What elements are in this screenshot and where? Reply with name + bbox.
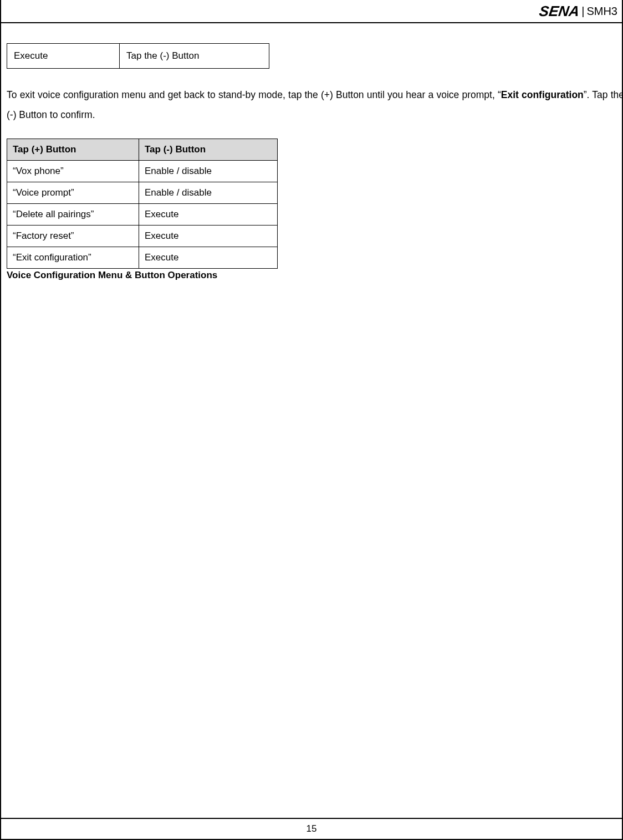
config-header-minus: Tap (-) Button: [139, 139, 278, 160]
brand-logo: SENA: [538, 3, 581, 20]
table-row: Execute Tap the (-) Button: [7, 44, 269, 69]
instruction-paragraph: To exit voice configuration menu and get…: [7, 85, 623, 125]
header-separator: |: [581, 5, 584, 18]
table-row: “Vox phone” Enable / disable: [7, 160, 278, 182]
page-footer: 15: [1, 818, 622, 839]
paragraph-bold: Exit configuration: [501, 89, 584, 100]
execute-cell-left: Execute: [7, 44, 120, 69]
execute-table: Execute Tap the (-) Button: [7, 43, 269, 69]
table-row: “Voice prompt” Enable / disable: [7, 182, 278, 203]
config-cell: “Exit configuration”: [7, 247, 139, 268]
config-cell: “Voice prompt”: [7, 182, 139, 203]
table-row: “Delete all pairings” Execute: [7, 203, 278, 225]
config-cell: Enable / disable: [139, 182, 278, 203]
paragraph-part1: To exit voice configuration menu and get…: [7, 89, 501, 100]
execute-cell-right: Tap the (-) Button: [120, 44, 269, 69]
page-content: Execute Tap the (-) Button To exit voice…: [7, 43, 622, 281]
page-header: SENA | SMH3: [1, 0, 622, 23]
page-number: 15: [307, 823, 317, 834]
table-row: “Factory reset” Execute: [7, 225, 278, 247]
table-caption: Voice Configuration Menu & Button Operat…: [7, 270, 622, 281]
model-label: SMH3: [586, 5, 617, 18]
config-cell: “Vox phone”: [7, 160, 139, 182]
config-cell: “Delete all pairings”: [7, 203, 139, 225]
config-cell: “Factory reset”: [7, 225, 139, 247]
config-cell: Enable / disable: [139, 160, 278, 182]
config-header-plus: Tap (+) Button: [7, 139, 139, 160]
page-frame: SENA | SMH3 Execute Tap the (-) Button T…: [0, 0, 623, 840]
config-cell: Execute: [139, 247, 278, 268]
config-cell: Execute: [139, 225, 278, 247]
config-cell: Execute: [139, 203, 278, 225]
table-header-row: Tap (+) Button Tap (-) Button: [7, 139, 278, 160]
table-row: “Exit configuration” Execute: [7, 247, 278, 268]
config-table: Tap (+) Button Tap (-) Button “Vox phone…: [7, 139, 278, 269]
